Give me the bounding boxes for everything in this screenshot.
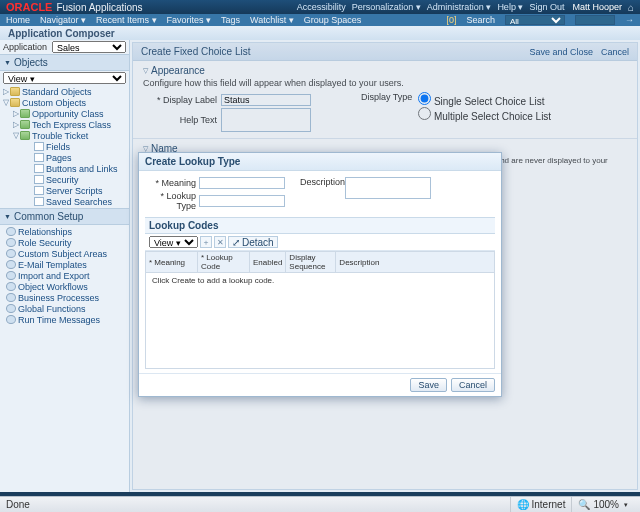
status-zoom[interactable]: 100% [593,499,619,510]
page-title: Create Fixed Choice List [141,46,251,57]
delete-icon[interactable]: ✕ [214,236,226,248]
lookup-type-input[interactable] [199,195,285,207]
page-icon [34,197,44,206]
top-link[interactable]: Accessibility [297,2,346,12]
cancel-button[interactable]: Cancel [451,378,495,392]
create-icon[interactable]: ＋ [200,236,212,248]
tree-node[interactable]: ▽Trouble Ticket [0,130,129,141]
page-icon [34,186,44,195]
top-link[interactable]: Personalization ▾ [352,2,421,12]
tree-node[interactable]: E-Mail Templates [0,259,129,270]
lookup-type-lbl: * Lookup Type [145,191,199,211]
chevron-down-icon[interactable]: ▼ [4,59,11,66]
home-icon[interactable]: ⌂ [628,2,634,13]
gear-icon [6,293,16,302]
description-lbl: Description [300,177,345,187]
meaning-lbl: * Meaning [145,178,199,188]
tree-node[interactable]: Custom Subject Areas [0,248,129,259]
codes-empty: Click Create to add a lookup code. [146,273,494,288]
col-meaning[interactable]: * Meaning [146,252,198,273]
objects-header: Objects [14,57,48,68]
tree-node[interactable]: Global Functions [0,303,129,314]
lookup-codes-table: * Meaning * Lookup Code Enabled Display … [145,251,495,273]
class-icon [20,131,30,140]
tree-node[interactable]: Role Security [0,237,129,248]
cancel-button[interactable]: Cancel [601,47,629,57]
search-label: Search [466,15,495,25]
tree-node[interactable]: Relationships [0,226,129,237]
col-seq[interactable]: Display Sequence [286,252,336,273]
gear-icon [6,282,16,291]
appearance-header: Appearance [151,65,205,76]
description-input[interactable] [345,177,431,199]
top-link[interactable]: Help ▾ [497,2,523,12]
status-done: Done [6,499,30,510]
class-icon [20,109,30,118]
menu-item[interactable]: Favorites ▾ [167,15,212,25]
display-label-lbl: * Display Label [143,95,221,105]
page-icon [34,142,44,151]
tree-node[interactable]: ▷Opportunity Class [0,108,129,119]
tree-node[interactable]: Pages [0,152,129,163]
tree-node[interactable]: ▽Custom Objects [0,97,129,108]
tree-node[interactable]: Object Workflows [0,281,129,292]
vendor-logo: ORACLE [6,1,52,13]
zoom-label: 🔍 [578,499,590,510]
col-code[interactable]: * Lookup Code [198,252,250,273]
class-icon [20,120,30,129]
menu-item[interactable]: Navigator ▾ [40,15,86,25]
search-go-icon[interactable]: → [625,15,634,25]
tree-node[interactable]: Run Time Messages [0,314,129,325]
product-title: Fusion Applications [56,2,142,13]
menu-item[interactable]: Tags [221,15,240,25]
tree-node[interactable]: Saved Searches [0,196,129,207]
menu-item[interactable]: Home [6,15,30,25]
search-input[interactable] [575,15,615,25]
tree-node[interactable]: Security [0,174,129,185]
chevron-down-icon[interactable]: ▾ [624,501,628,509]
detach-button[interactable]: ⤢Detach [228,236,278,248]
modal-title: Create Lookup Type [139,153,501,171]
page-icon [34,175,44,184]
tree-node[interactable]: ▷Tech Express Class [0,119,129,130]
col-desc[interactable]: Description [336,252,495,273]
radio-single[interactable]: Single Select Choice List [418,92,551,107]
appearance-hint: Configure how this field will appear whe… [143,78,627,88]
top-link[interactable]: Sign Out [529,2,564,12]
display-label-input[interactable] [221,94,311,106]
codes-view[interactable]: View ▾ [149,236,198,248]
gear-icon [6,271,16,280]
menu-item[interactable]: Recent Items ▾ [96,15,157,25]
radio-multi[interactable]: Multiple Select Choice List [418,107,551,122]
menu-item[interactable]: Watchlist ▾ [250,15,294,25]
detach-icon: ⤢ [232,237,240,248]
app-label: Application [3,42,47,52]
display-type-lbl: Display Type [361,92,412,102]
tree-view[interactable]: View ▾ [3,72,126,84]
save-close-button[interactable]: Save and Close [529,47,593,57]
gear-icon [6,304,16,313]
tree-node[interactable]: ▷Standard Objects [0,86,129,97]
col-enabled[interactable]: Enabled [250,252,286,273]
create-lookup-modal: Create Lookup Type * Meaning * Lookup Ty… [138,152,502,397]
menu-item[interactable]: Group Spaces [304,15,362,25]
gear-icon [6,315,16,324]
folder-icon [10,87,20,96]
status-net: Internet [532,499,566,510]
page-icon [34,153,44,162]
notif-badge[interactable]: [0] [446,15,456,25]
tree-node[interactable]: Import and Export [0,270,129,281]
tree-node[interactable]: Business Processes [0,292,129,303]
gear-icon [6,227,16,236]
chevron-down-icon[interactable]: ▽ [143,67,148,75]
tree-node[interactable]: Buttons and Links [0,163,129,174]
tree-node[interactable]: Fields [0,141,129,152]
app-select[interactable]: Sales [52,41,126,53]
help-text-input[interactable] [221,108,311,132]
meaning-input[interactable] [199,177,285,189]
top-link[interactable]: Administration ▾ [427,2,492,12]
save-button[interactable]: Save [410,378,447,392]
search-scope[interactable]: All [505,15,565,25]
chevron-down-icon[interactable]: ▼ [4,213,11,220]
tree-node[interactable]: Server Scripts [0,185,129,196]
